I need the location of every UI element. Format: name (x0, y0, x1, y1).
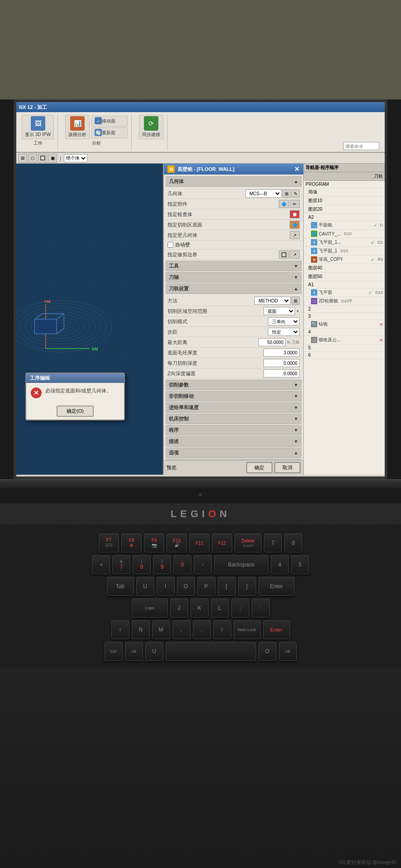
key-rbracket[interactable]: ] (238, 577, 256, 596)
panel-close-button[interactable]: ✕ (294, 165, 300, 173)
cancel-button[interactable]: 取消 (274, 462, 301, 473)
key-p[interactable]: P (197, 577, 215, 596)
z-offset-input[interactable] (263, 369, 300, 377)
toolbar-btn-2[interactable]: ◻ (28, 154, 37, 163)
step-select[interactable]: 恒定 (268, 328, 300, 336)
key-numpad-7[interactable]: 7 (264, 533, 282, 552)
key-numpad-8[interactable]: 8 (284, 533, 302, 552)
key-backspace[interactable]: Backspace (214, 555, 268, 574)
key-7[interactable]: & 7 (112, 555, 130, 574)
ops-item-drill[interactable]: 🔩 钻铣 ✕ (304, 320, 385, 329)
ops-item-layer20[interactable]: 图层20 (304, 205, 385, 214)
key-f12[interactable]: F12 (212, 533, 232, 552)
key-n[interactable]: N (132, 620, 150, 639)
toolbar-btn-4[interactable]: ▣ (48, 154, 57, 163)
key-l[interactable]: L (211, 599, 229, 618)
ops-item-contour-copy[interactable]: ⊕ 等高_COPY ✓ R3 (304, 255, 385, 264)
key-numpad-enter[interactable]: Enter (263, 620, 290, 639)
ops-item-program[interactable]: PROGRAM (304, 181, 385, 188)
key-o-bottom[interactable]: O (258, 642, 277, 661)
ops-item-cavity[interactable]: 🔷 CAVITY_... D10 (304, 230, 385, 238)
geometry-btn-1[interactable]: ⊞ (282, 189, 291, 198)
key-alt-l[interactable]: Alt (125, 642, 143, 661)
description-header[interactable]: 描述 ▼ (166, 436, 301, 447)
toolbar-btn-1[interactable]: ⊞ (18, 154, 27, 163)
key-9[interactable]: ) 9 (153, 555, 171, 574)
key-8[interactable]: ( 8 (133, 555, 151, 574)
confirm-button[interactable]: 确定 (246, 462, 272, 473)
wall-geo-btn[interactable]: ↗ (290, 231, 300, 239)
key-numlock[interactable]: Num Lock (234, 620, 261, 639)
options-header[interactable]: 选项 ▲ (166, 448, 301, 458)
trim-btn-2[interactable]: ↗ (290, 250, 300, 259)
key-period[interactable]: . (193, 620, 211, 639)
auto-wall-checkbox[interactable] (167, 242, 173, 248)
key-6-num[interactable]: -6 (92, 555, 110, 574)
geometry-select[interactable]: MCS---B (245, 189, 282, 198)
ops-item-layer10[interactable]: 图层10 (304, 197, 385, 205)
non-cut-header[interactable]: 非切削移动 ▼ (166, 391, 301, 401)
key-numpad-5[interactable]: 5 (291, 555, 309, 574)
ops-item-useditems[interactable]: 用项 (304, 188, 385, 197)
part-btn-1[interactable]: 🔷 (279, 200, 289, 208)
axis-section-header[interactable]: 刀轴 ▼ (166, 272, 301, 283)
ops-item-4[interactable]: 4 (304, 329, 385, 336)
key-alt-r[interactable]: Alt (279, 642, 297, 661)
key-i[interactable]: I (157, 577, 175, 596)
max-dist-input[interactable] (258, 338, 286, 346)
cut-region-select[interactable]: 底面 (263, 307, 295, 315)
ops-item-tolerance[interactable]: ⬡ 锻收及公... ✕ (304, 336, 385, 344)
key-lshift[interactable]: ⇧ (111, 620, 129, 639)
key-m[interactable]: M (152, 620, 170, 639)
search-input[interactable] (343, 142, 379, 150)
floor-face-btn[interactable]: 🔷 (290, 221, 300, 229)
ops-item-2dcontour[interactable]: ⬡ 2D轮廓铣 D10平 (304, 297, 385, 306)
key-comma[interactable]: , (172, 620, 191, 639)
key-k[interactable]: K (191, 599, 209, 618)
key-slash[interactable]: / (213, 620, 231, 639)
ops-item-layer50[interactable]: 图层50 (304, 273, 385, 281)
show-3d-ipw-button[interactable]: 🖼 显示 3D IPW (22, 115, 54, 139)
ops-item-6[interactable]: 6 (304, 352, 385, 359)
key-j[interactable]: J (170, 599, 188, 618)
geometry-btn-2[interactable]: ✎ (291, 189, 300, 198)
cut-params-header[interactable]: 切削参数 ▼ (166, 380, 301, 390)
tool-section-header[interactable]: 工具 ▼ (166, 261, 301, 271)
error-ok-button[interactable]: 确定(O) (57, 406, 94, 417)
method-btn[interactable]: ⊞ (291, 297, 300, 305)
ops-item-2[interactable]: 2 (304, 306, 385, 313)
ops-item-flatmill[interactable]: 🔧 平面铣 ✓ D (304, 221, 385, 230)
taper-analysis-button[interactable]: 📊 拔模分析 (65, 115, 90, 139)
key-f7[interactable]: F7 回车 (99, 533, 119, 552)
sync-model-button[interactable]: ⟳ 同步建模 (139, 115, 163, 139)
key-f8[interactable]: F8 ⚙ (121, 533, 142, 552)
key-capslock[interactable]: Caps (132, 599, 168, 618)
toolbar-btn-3[interactable]: 🔲 (38, 154, 47, 163)
ops-item-a1[interactable]: A1 (304, 281, 385, 288)
ops-item-a2[interactable]: A2 (304, 214, 385, 221)
ops-item-flyplane-a1[interactable]: ✈ 飞平面 ✓ D10 (304, 288, 385, 297)
key-u[interactable]: U (136, 577, 154, 596)
ops-item-3[interactable]: 3 (304, 313, 385, 320)
key-numpad-4[interactable]: 4 (271, 555, 289, 574)
cut-mode-select[interactable]: 三单向 (268, 317, 300, 326)
check-body-btn[interactable]: ⬟ (290, 210, 300, 218)
feed-speed-header[interactable]: 进给率和速度 ▼ (166, 402, 301, 413)
key-space[interactable] (166, 642, 256, 661)
machine-ctrl-header[interactable]: 机床控制 ▼ (166, 414, 301, 424)
geometry-section-header[interactable]: 几何体 ▲ (166, 176, 301, 187)
key-lbracket[interactable]: [ (218, 577, 236, 596)
key-o[interactable]: O (177, 577, 195, 596)
key-delete[interactable]: Delete Insert (234, 533, 262, 552)
key-f9[interactable]: F9 📷 (144, 533, 164, 552)
repaint-button[interactable]: 🔄 重新面 (91, 127, 128, 138)
floor-stock-input[interactable] (263, 349, 300, 357)
ops-item-5[interactable]: 5 (304, 344, 385, 352)
key-minus[interactable]: - (194, 555, 212, 574)
ops-item-layer40[interactable]: 图层40 (304, 264, 385, 273)
cad-viewport[interactable]: YM XM 工序编辑 (16, 164, 163, 475)
key-enter[interactable]: Enter (258, 577, 295, 596)
cut-depth-input[interactable] (263, 359, 300, 367)
trim-btn-1[interactable]: 🔲 (279, 250, 289, 259)
key-u-bottom[interactable]: U (145, 642, 163, 661)
